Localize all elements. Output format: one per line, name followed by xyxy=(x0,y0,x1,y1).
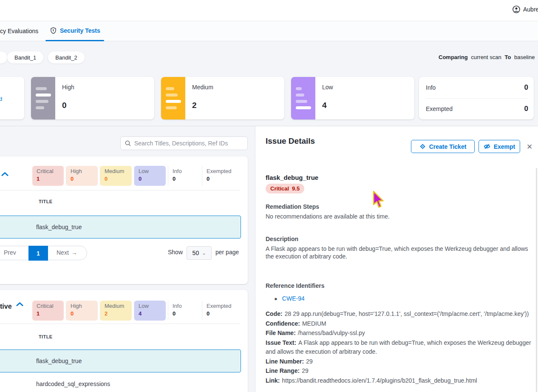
comparing-label: Comparing xyxy=(439,54,468,60)
scan-pills: Bandit_1Bandit_2 xyxy=(7,51,89,64)
field-value: https://bandit.readthedocs.io/en/1.7.4/p… xyxy=(282,377,477,384)
severity-filter-chip[interactable]: Low 0 xyxy=(134,166,168,186)
chip-count: 1 xyxy=(37,310,59,317)
chip-label: Exempted xyxy=(207,303,229,309)
exempt-button[interactable]: Exempt xyxy=(479,140,520,153)
severity-filter-chip[interactable]: High 0 xyxy=(66,166,100,186)
severity-filter-chip[interactable]: Exempted 0 xyxy=(202,301,236,321)
chip-count: 1 xyxy=(37,176,59,182)
shield-icon xyxy=(50,27,57,34)
page-1-button[interactable]: 1 xyxy=(28,246,48,261)
prev-page-button[interactable]: ← Prev xyxy=(0,249,16,256)
section-1-rows: flask_debug_true xyxy=(0,216,241,239)
severity-card-value: 2 xyxy=(192,101,197,110)
vertical-scrollbar[interactable] xyxy=(536,168,537,392)
issue-fields: Code:28 29 app.run(debug=True, host='127… xyxy=(266,310,532,386)
close-icon[interactable]: ✕ xyxy=(527,142,532,151)
tab-policy-evaluations[interactable]: cy Evaluations xyxy=(0,28,38,34)
section-1-severity-chips: Critical 1 High 0 Medium 0 xyxy=(32,166,236,186)
tab-security-tests[interactable]: Security Tests xyxy=(50,27,100,34)
severity-gauge-icon xyxy=(161,77,185,119)
severity-filter-chip[interactable]: High 0 xyxy=(66,301,100,321)
field-label: Issue Text: xyxy=(266,339,296,346)
field-label: Line Number: xyxy=(266,358,304,365)
scan-pill[interactable]: Bandit_1 xyxy=(7,51,44,64)
issue-field: Line Range:29 xyxy=(266,366,532,376)
remediation-heading: Remediation Steps xyxy=(266,203,319,210)
user-avatar-icon xyxy=(513,6,520,13)
next-label: Next xyxy=(57,249,69,256)
field-value: 29 xyxy=(302,367,309,374)
create-ticket-button[interactable]: Create Ticket xyxy=(411,140,475,153)
tab-bar: cy Evaluations Security Tests xyxy=(0,21,538,41)
severity-card-label: Medium xyxy=(192,84,213,91)
severity-gauge-icon xyxy=(31,77,55,119)
active-tab-underline xyxy=(45,40,104,41)
severity-card: Medium 2 xyxy=(161,77,284,119)
user-name: Aubre xyxy=(523,6,538,13)
exempted-label: Exempted xyxy=(426,105,453,112)
info-label: Info xyxy=(426,84,436,91)
compare-status: Comparing current scan To baseline xyxy=(439,54,538,60)
exempted-value: 0 xyxy=(524,105,528,113)
remediation-body: No recommendations are available at this… xyxy=(266,213,531,220)
search-input[interactable] xyxy=(134,140,243,147)
chip-label: Exempted xyxy=(207,168,229,174)
issue-section-card-2: tive Critical 1 High 0 xyxy=(0,290,248,392)
severity-card-label: High xyxy=(62,84,74,91)
chevron-up-icon[interactable] xyxy=(16,302,23,307)
create-ticket-label: Create Ticket xyxy=(429,143,467,150)
user-menu[interactable]: Aubre xyxy=(513,6,538,13)
issue-field: Issue Text:A Flask app appears to be run… xyxy=(266,338,532,357)
reference-list: ● CWE-94 xyxy=(274,295,305,302)
description-heading: Description xyxy=(266,236,298,242)
issue-section-card-1: Critical 1 High 0 Medium 0 xyxy=(0,156,248,284)
section-2-header: tive Critical 1 High 0 xyxy=(0,290,240,324)
issue-details-panel: Issue Details Create Ticket Exempt ✕ fla… xyxy=(255,126,538,392)
field-label: Link: xyxy=(266,377,280,384)
issue-field: Code:28 29 app.run(debug=True, host='127… xyxy=(266,310,532,319)
arrow-right-icon: → xyxy=(71,249,77,256)
severity-filter-chip[interactable]: Critical 1 xyxy=(32,301,66,321)
scan-pill[interactable]: Bandit_2 xyxy=(48,51,85,64)
severity-filter-chip[interactable]: Medium 2 xyxy=(100,301,134,321)
issue-field: Confidence:MEDIUM xyxy=(266,319,532,329)
severity-filter-chip[interactable]: Exempted 0 xyxy=(202,166,236,186)
next-page-button[interactable]: Next → xyxy=(57,249,77,256)
chip-count: 0 xyxy=(71,176,93,182)
cwe-link[interactable]: CWE-94 xyxy=(282,295,305,302)
chevron-up-icon[interactable] xyxy=(1,172,8,176)
chip-count: 4 xyxy=(139,310,161,317)
chip-label: Info xyxy=(173,168,195,174)
chip-count: 0 xyxy=(207,176,229,182)
summary-card-partial-link: d xyxy=(0,96,2,102)
chip-label: Critical xyxy=(37,168,59,174)
severity-card-value: 0 xyxy=(62,101,67,110)
field-label: Code: xyxy=(266,310,283,317)
section-2-rows: flask_debug_truehardcoded_sql_expression… xyxy=(0,349,241,392)
issue-row[interactable]: flask_debug_true xyxy=(0,349,241,372)
issue-row[interactable]: hardcoded_sql_expressions xyxy=(0,372,241,392)
issue-row[interactable]: flask_debug_true xyxy=(0,216,241,239)
show-label: Show xyxy=(168,249,183,256)
severity-badge: Critical 9.5 xyxy=(266,184,304,193)
exempt-label: Exempt xyxy=(494,143,515,150)
severity-card-label: Low xyxy=(322,84,333,91)
chip-label: High xyxy=(71,168,93,174)
severity-card: High 0 xyxy=(31,77,154,119)
severity-filter-chip[interactable]: Critical 1 xyxy=(32,166,66,186)
panel-title: Issue Details xyxy=(266,136,315,146)
chip-label: Medium xyxy=(105,168,127,174)
chip-count: 0 xyxy=(105,176,127,182)
section-2-severity-chips: Critical 1 High 0 Medium 2 xyxy=(32,301,236,321)
severity-filter-chip[interactable]: Info 0 xyxy=(168,301,202,321)
severity-filter-chip[interactable]: Medium 0 xyxy=(100,166,134,186)
severity-filter-chip[interactable]: Low 4 xyxy=(134,301,168,321)
reference-item: ● CWE-94 xyxy=(274,295,305,302)
chip-label: Low xyxy=(139,303,161,309)
severity-filter-chip[interactable]: Info 0 xyxy=(168,166,202,186)
field-label: Line Range: xyxy=(266,367,300,374)
page-size-select[interactable]: 50 ⌄ xyxy=(187,246,212,260)
issue-field: Line Number:29 xyxy=(266,357,532,366)
arrow-left-icon: ← xyxy=(0,249,1,256)
